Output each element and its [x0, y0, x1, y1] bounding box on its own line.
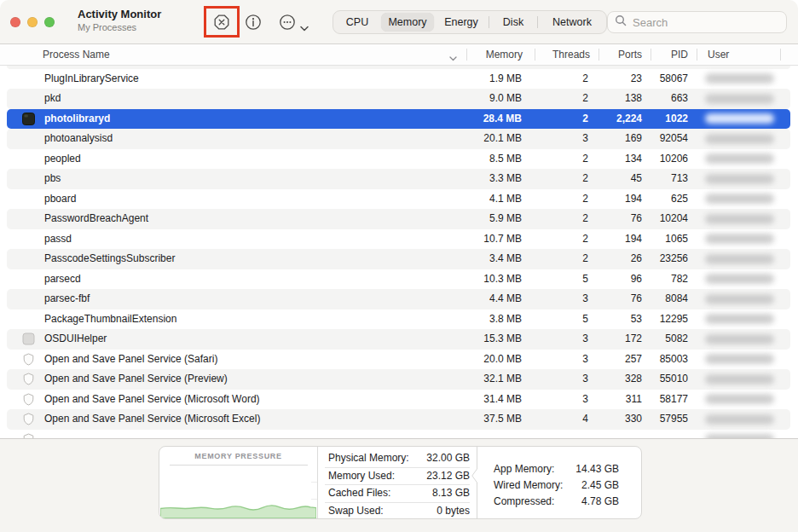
dark-app-icon [22, 113, 35, 125]
stat-swap-used: Swap Used:0 bytes [318, 503, 477, 520]
process-name: passd [44, 229, 72, 250]
search-field[interactable] [607, 11, 787, 33]
table-row[interactable]: pkd 9.0 MB 2 138 663 [7, 89, 790, 109]
memory-cell: 5.9 MB [489, 209, 522, 229]
inspect-process-button[interactable] [244, 13, 263, 32]
close-window-button[interactable] [10, 17, 20, 27]
threads-cell: 2 [582, 109, 588, 130]
process-name: Open and Save Panel Service (Microsoft W… [44, 390, 260, 410]
memory-stats: Physical Memory:32.00 GB Memory Used:23.… [318, 450, 477, 519]
table-row[interactable]: pboard 4.1 MB 2 194 625 [7, 189, 790, 210]
threads-cell: 2 [582, 189, 588, 210]
ports-cell: 138 [625, 89, 642, 109]
memory-cell: 10.7 MB [483, 229, 522, 250]
sort-chevron-icon[interactable] [449, 52, 457, 64]
stat-physical-memory: Physical Memory:32.00 GB [318, 450, 477, 467]
graph-gridline [170, 465, 308, 466]
pid-cell: 782 [671, 269, 688, 290]
table-row[interactable]: PackageThumbnailExtension 3.8 MB 5 53 12… [7, 309, 790, 330]
table-row[interactable]: PasscodeSettingsSubscriber 3.4 MB 2 26 2… [7, 249, 790, 269]
memory-cell: 15.3 MB [483, 329, 522, 350]
ports-cell: 76 [631, 289, 642, 309]
graph-tick [311, 482, 317, 483]
pid-cell: 10204 [660, 209, 688, 229]
table-row[interactable]: peopled 8.5 MB 2 134 10206 [7, 149, 790, 170]
memory-cell: 10.3 MB [483, 269, 522, 290]
chevron-down-icon[interactable] [300, 20, 309, 26]
tab-disk[interactable]: Disk [489, 11, 537, 33]
threads-cell: 2 [582, 69, 588, 90]
stat-app-memory: App Memory:14.43 GB [482, 461, 641, 477]
graph-tick [311, 499, 317, 500]
redacted-user-value [705, 334, 774, 344]
table-row[interactable]: PlugInLibraryService 1.9 MB 2 23 58067 [7, 69, 790, 90]
redacted-user-value [705, 314, 774, 324]
pid-cell: 663 [671, 89, 688, 109]
ellipsis-circle-icon [278, 20, 297, 34]
memory-cell: 4.4 MB [489, 289, 522, 309]
table-row[interactable]: photolibraryd 28.4 MB 2 2,224 1022 [7, 109, 790, 130]
redacted-user-value [705, 254, 774, 264]
process-name: PasswordBreachAgent [44, 209, 148, 229]
pid-cell: 85003 [660, 350, 688, 370]
memory-cell: 3.8 MB [489, 309, 522, 330]
process-table-body: PlugInLibraryService 1.9 MB 2 23 58067 p… [0, 66, 798, 438]
process-name: Open and Save Panel Service (Safari) [44, 350, 217, 370]
pid-cell: 5082 [665, 329, 688, 350]
memory-cell: 37.5 MB [483, 409, 522, 430]
process-name: pkd [44, 89, 61, 109]
threads-cell: 5 [582, 269, 588, 290]
tab-cpu[interactable]: CPU [333, 11, 381, 33]
threads-cell: 2 [582, 209, 588, 229]
threads-cell: 3 [582, 369, 588, 390]
threads-cell: 4 [582, 409, 588, 430]
ports-cell: 194 [625, 229, 642, 250]
tab-network[interactable]: Network [538, 11, 606, 33]
memory-cell: 3.4 MB [489, 249, 522, 269]
minimize-window-button[interactable] [27, 17, 38, 27]
threads-cell: 3 [582, 390, 588, 410]
threads-cell: 2 [582, 229, 588, 250]
ports-cell: 311 [626, 390, 642, 410]
table-row[interactable]: parsecd 10.3 MB 5 96 782 [7, 269, 790, 290]
table-row[interactable]: parsec-fbf 4.4 MB 3 76 8084 [7, 289, 790, 309]
redacted-user-value [705, 73, 774, 84]
column-header-threads[interactable]: Threads [552, 44, 590, 65]
tab-energy[interactable]: Energy [434, 11, 489, 33]
table-row[interactable]: Open and Save Panel Service (Microsoft W… [7, 390, 790, 410]
memory-cell: 4.1 MB [489, 189, 522, 210]
table-row[interactable]: Open and Save Panel Service (Safari) 20.… [7, 350, 790, 370]
ports-cell: 2,224 [616, 109, 642, 130]
column-header-process-name[interactable]: Process Name [43, 44, 110, 65]
table-row[interactable]: Open and Save Panel Service (Microsoft E… [7, 409, 790, 430]
pid-cell: 57955 [660, 409, 688, 430]
table-row[interactable]: OSDUIHelper 15.3 MB 3 172 5082 [7, 329, 790, 350]
table-row[interactable]: Open and Save Panel Service (Preview) 32… [7, 369, 790, 390]
process-name: Open and Save Panel Service (Microsoft E… [44, 409, 260, 430]
redacted-user-value [705, 113, 774, 124]
pid-cell: 58067 [660, 69, 688, 90]
title-block: Activity Monitor My Processes [78, 8, 161, 33]
search-input[interactable] [631, 15, 771, 30]
table-row[interactable]: passd 10.7 MB 2 194 1065 [7, 229, 790, 250]
more-options-button[interactable] [278, 13, 297, 32]
table-row[interactable]: PasswordBreachAgent 5.9 MB 2 76 10204 [7, 209, 790, 229]
pid-cell: 58177 [660, 390, 688, 410]
table-row[interactable]: pbs 3.3 MB 2 45 713 [7, 169, 790, 189]
process-name: pbs [44, 169, 61, 189]
threads-cell: 2 [582, 89, 588, 109]
shield-icon [22, 353, 35, 366]
table-row[interactable]: photoanalysisd 20.1 MB 3 169 92054 [7, 129, 790, 149]
column-header-user[interactable]: User [708, 44, 729, 65]
memory-cell: 1.9 MB [489, 69, 522, 90]
column-header-memory[interactable]: Memory [486, 44, 523, 65]
memory-used-callout-bracket [471, 447, 482, 522]
column-header-pid[interactable]: PID [671, 44, 688, 65]
memory-cell: 20.1 MB [483, 129, 522, 149]
zoom-window-button[interactable] [44, 17, 55, 27]
tab-memory[interactable]: Memory [381, 13, 434, 32]
memory-cell: 31.4 MB [483, 390, 522, 410]
column-header-ports[interactable]: Ports [618, 44, 642, 65]
threads-cell: 3 [582, 350, 588, 370]
table-row-partial[interactable] [7, 430, 790, 439]
